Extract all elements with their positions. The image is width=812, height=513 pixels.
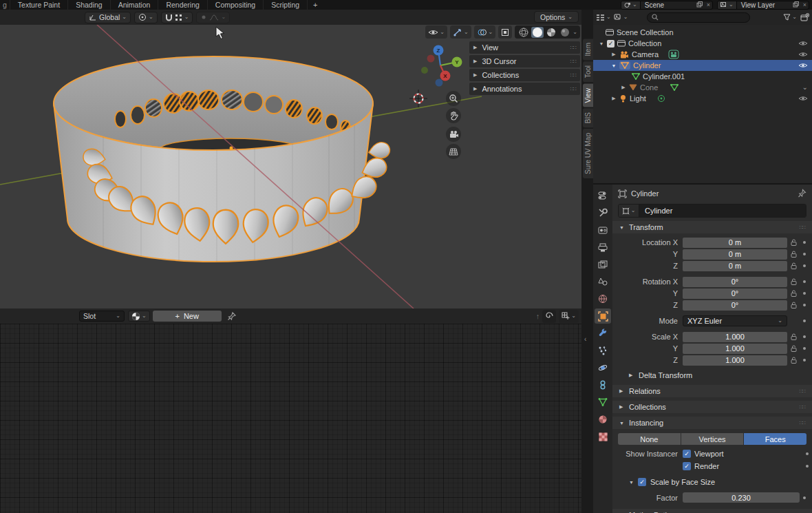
view-layer-name[interactable]: View Layer <box>737 1 791 9</box>
scene-selector[interactable]: ⌄ Scene × <box>621 1 713 10</box>
breadcrumb-object-name[interactable]: Cylinder <box>631 189 659 198</box>
triangle-down-icon[interactable]: ▼ <box>611 63 617 68</box>
triangle-down-icon[interactable]: ▼ <box>599 41 604 46</box>
pin-icon[interactable] <box>227 311 237 321</box>
lock-icon[interactable] <box>787 278 800 285</box>
keyframe-dot[interactable] <box>800 496 809 499</box>
up-arrow-icon[interactable]: ↑ <box>536 312 540 320</box>
sidebar-tab-bis[interactable]: BIS <box>583 108 593 127</box>
grip-icon[interactable]: ∷∷ <box>570 72 576 78</box>
add-workspace-button[interactable]: + <box>308 1 323 9</box>
workspace-tab-shading[interactable]: Shading <box>68 0 111 10</box>
tab-material[interactable] <box>595 412 611 427</box>
keyframe-dot[interactable] <box>802 465 812 468</box>
toggle-perspective-button[interactable] <box>446 144 461 159</box>
rotation-x-field[interactable]: 0° <box>683 277 787 287</box>
workspace-tab-scripting[interactable]: Scripting <box>264 0 308 10</box>
overlays-dropdown[interactable]: ⌄ <box>474 25 496 39</box>
scene-name[interactable]: Scene <box>641 1 694 9</box>
lock-icon[interactable] <box>787 302 800 308</box>
workspace-tab-animation[interactable]: Animation <box>111 0 159 10</box>
keyframe-dot[interactable] <box>800 253 809 255</box>
location-z-field[interactable]: 0 m <box>683 261 787 271</box>
lock-icon[interactable] <box>787 290 800 297</box>
eye-icon[interactable] <box>798 51 808 58</box>
outliner-search-input[interactable] <box>647 12 750 23</box>
browse-material-dropdown[interactable]: ⌄ <box>128 311 150 322</box>
rotation-y-field[interactable]: 0° <box>683 289 787 299</box>
grip-icon[interactable]: ∷∷ <box>570 86 576 92</box>
view-layer-browse-icon[interactable]: ⌄ <box>718 1 737 9</box>
sidebar-tab-item[interactable]: Item <box>583 39 593 60</box>
scale-x-field[interactable]: 1.000 <box>683 332 787 342</box>
grip-icon[interactable]: ∷∷ <box>570 59 576 65</box>
tab-render[interactable] <box>595 222 611 238</box>
keyframe-dot[interactable] <box>800 280 809 283</box>
display-mode-dropdown[interactable]: ⌄ <box>614 14 628 21</box>
keyframe-dot[interactable] <box>800 304 809 306</box>
scale-by-face-checkbox[interactable]: ✓ <box>638 478 646 486</box>
overlay-grid-dropdown[interactable]: ⌄ <box>559 310 579 323</box>
outliner-row-cylinder-001[interactable]: Cylinder.001 <box>593 71 812 82</box>
chevron-down-icon[interactable]: ⌄ <box>802 84 808 91</box>
outliner-row-scene-collection[interactable]: Scene Collection <box>593 27 812 38</box>
panel-header-delta-transform[interactable]: ▶ Delta Transform <box>612 369 812 381</box>
tab-view-layer[interactable] <box>595 257 611 272</box>
lock-icon[interactable] <box>787 251 800 258</box>
keyframe-dot[interactable] <box>802 452 812 455</box>
lock-icon[interactable] <box>787 239 800 246</box>
pivot-point-dropdown[interactable]: ⌄ <box>134 12 158 23</box>
viewport-checkbox[interactable]: ✓ <box>683 450 691 458</box>
tab-constraints[interactable] <box>595 377 611 392</box>
n-panel-collections[interactable]: ▶ Collections ∷∷ <box>469 69 580 81</box>
panel-header-collections[interactable]: ▶ Collections ∷∷ <box>612 401 812 413</box>
tab-modifiers[interactable] <box>595 326 611 341</box>
tab-tool[interactable] <box>595 205 611 220</box>
object-name-value[interactable]: Cylinder <box>639 205 806 217</box>
editor-type-dropdown[interactable]: ⌄ <box>596 14 611 21</box>
factor-field[interactable]: 0.230 <box>683 492 800 503</box>
n-panel-view[interactable]: ▶ View ∷∷ <box>469 41 580 54</box>
gizmo-neg-y-ball[interactable] <box>421 67 428 74</box>
tab-texture[interactable] <box>595 429 611 444</box>
eye-icon[interactable] <box>798 40 808 47</box>
lock-icon[interactable] <box>787 333 800 340</box>
gizmos-dropdown[interactable]: ⌄ <box>450 25 471 39</box>
remove-view-layer-icon[interactable]: × <box>801 1 809 8</box>
grip-icon[interactable]: ∷∷ <box>570 45 576 51</box>
tab-world[interactable] <box>595 291 611 306</box>
instancing-faces-button[interactable]: Faces <box>744 433 806 445</box>
scale-by-face-size-header[interactable]: ▼ ✓ Scale by Face Size <box>612 476 812 488</box>
n-panel-3d-cursor[interactable]: ▶ 3D Cursor ∷∷ <box>469 55 580 67</box>
eye-icon[interactable] <box>798 95 808 102</box>
proportional-edit-controls[interactable]: ⌄ <box>196 12 230 23</box>
snap-node-toggle[interactable] <box>542 310 556 323</box>
sidebar-tab-view[interactable]: View <box>583 84 593 107</box>
pin-id-icon[interactable] <box>798 189 806 199</box>
rotation-z-field[interactable]: 0° <box>683 300 787 311</box>
snap-controls[interactable]: ⌄ <box>161 12 193 23</box>
solid-shading-button[interactable] <box>531 27 544 38</box>
triangle-right-icon[interactable]: ▶ <box>611 96 617 101</box>
options-button[interactable]: Options ⌄ <box>534 11 579 23</box>
navigation-gizmo[interactable]: Z Y X <box>421 45 462 87</box>
view-layer-selector[interactable]: ⌄ View Layer × <box>717 1 809 10</box>
keyframe-dot[interactable] <box>800 292 809 295</box>
instancing-vertices-button[interactable]: Vertices <box>681 433 744 445</box>
object-data-dropdown[interactable]: ⌄ <box>619 205 639 217</box>
rotation-mode-dropdown[interactable]: XYZ Euler ⌄ <box>683 315 787 326</box>
outliner-row-cylinder[interactable]: ▼ Cylinder <box>593 60 812 71</box>
sidebar-tab-sure-uv-map[interactable]: Sure UV Map <box>583 129 593 178</box>
scale-y-field[interactable]: 1.000 <box>683 344 787 354</box>
object-visibility-dropdown[interactable]: ⌄ <box>425 25 447 39</box>
workspace-tab-rendering[interactable]: Rendering <box>158 0 207 10</box>
collection-checkbox[interactable]: ✓ <box>607 40 615 48</box>
pan-hand-button[interactable] <box>446 108 461 123</box>
keyframe-dot[interactable] <box>800 320 809 322</box>
keyframe-dot[interactable] <box>800 335 809 338</box>
location-y-field[interactable]: 0 m <box>683 249 787 260</box>
camera-view-button[interactable] <box>446 127 461 142</box>
zoom-button[interactable] <box>446 91 461 106</box>
lock-icon[interactable] <box>787 357 800 364</box>
expand-sidebar-arrow[interactable]: ‹ <box>584 335 586 343</box>
